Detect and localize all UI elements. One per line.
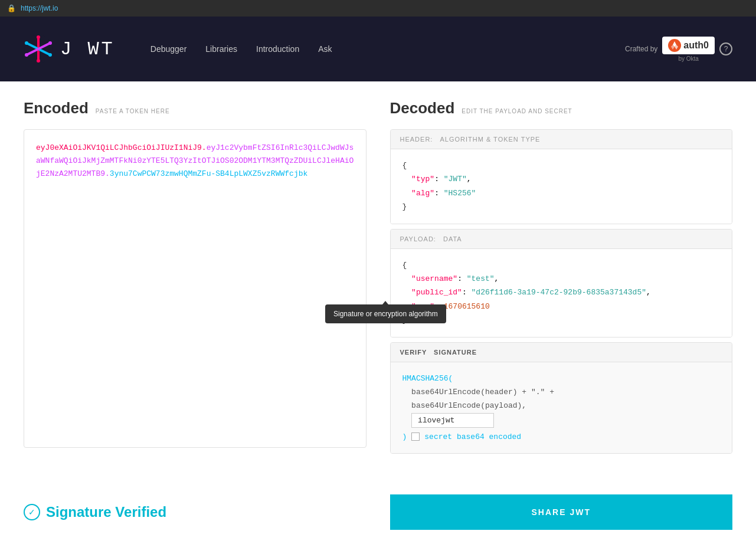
browser-bar: 🔒 https://jwt.io xyxy=(0,0,756,17)
svg-point-6 xyxy=(25,41,28,45)
payload-content[interactable]: { "username": "test", "public_id": "d26f… xyxy=(391,249,732,337)
svg-point-9 xyxy=(48,41,52,45)
signature-tooltip: Signature or encryption algorithm xyxy=(325,304,446,323)
check-circle-icon: ✓ xyxy=(24,504,40,520)
decoded-title: Decoded xyxy=(390,99,455,117)
svg-point-7 xyxy=(48,53,52,57)
verify-section: VERIFY SIGNATURE HMACSHA256( base64UrlEn… xyxy=(390,342,733,454)
verify-line2: base64UrlEncode(payload), xyxy=(402,399,721,412)
navbar: J WT Debugger Libraries Introduction Ask… xyxy=(0,17,756,81)
encoded-header: Encoded PASTE A TOKEN HERE xyxy=(24,99,366,120)
browser-url[interactable]: https://jwt.io xyxy=(21,4,58,12)
encoded-subtitle: PASTE A TOKEN HERE xyxy=(96,108,170,114)
nav-ask[interactable]: Ask xyxy=(318,44,332,54)
help-button[interactable]: ? xyxy=(719,42,732,55)
footer-area: ✓ Signature Verified SHARE JWT xyxy=(0,494,756,544)
logo-area: J WT xyxy=(24,34,115,64)
token-part-header: eyJ0eXAiOiJKV1QiLCJhbGciOiJIUzI1NiJ9. xyxy=(36,143,207,152)
decoded-panel: Decoded EDIT THE PAYLOAD AND SECRET HEAD… xyxy=(390,99,733,477)
nav-debugger[interactable]: Debugger xyxy=(150,44,187,54)
main-content: Encoded PASTE A TOKEN HERE eyJ0eXAiOiJKV… xyxy=(0,81,756,494)
signature-verified-area: ✓ Signature Verified xyxy=(24,504,366,520)
nav-links: Debugger Libraries Introduction Ask xyxy=(150,44,332,54)
svg-point-5 xyxy=(37,59,40,63)
token-box[interactable]: eyJ0eXAiOiJKV1QiLCJhbGciOiJIUzI1NiJ9.eyJ… xyxy=(24,129,366,448)
svg-point-4 xyxy=(37,35,40,39)
header-section-label: HEADER: ALGORITHM & TOKEN TYPE xyxy=(391,130,732,149)
auth0-logo: auth0 by Okta xyxy=(662,37,715,62)
nav-libraries[interactable]: Libraries xyxy=(205,44,237,54)
svg-point-8 xyxy=(25,53,28,57)
auth0-text: auth0 xyxy=(683,40,709,51)
encoded-title: Encoded xyxy=(24,99,89,117)
secret-input[interactable] xyxy=(411,413,494,428)
decoded-subtitle: EDIT THE PAYLOAD AND SECRET xyxy=(462,108,572,114)
verify-secret-row xyxy=(402,413,721,428)
base64-checkbox-row: ) secret base64 encoded xyxy=(402,430,721,444)
signature-verified-text: Signature Verified xyxy=(46,504,166,520)
base64-label: secret base64 encoded xyxy=(424,430,521,444)
verify-func-line: HMACSHA256( xyxy=(402,372,721,385)
crafted-area: Crafted by auth0 by Okta ? xyxy=(625,37,732,62)
header-content[interactable]: { "typ": "JWT", "alg": "HS256" } xyxy=(391,149,732,224)
verify-line1: base64UrlEncode(header) + "." + xyxy=(402,385,721,399)
verify-content: HMACSHA256( base64UrlEncode(header) + ".… xyxy=(391,362,732,454)
header-section: HEADER: ALGORITHM & TOKEN TYPE { "typ": … xyxy=(390,129,733,224)
auth0-badge: auth0 xyxy=(662,37,715,54)
encoded-panel: Encoded PASTE A TOKEN HERE eyJ0eXAiOiJKV… xyxy=(24,99,366,477)
payload-section-label: PAYLOAD: DATA xyxy=(391,230,732,249)
verify-section-label: VERIFY SIGNATURE xyxy=(391,343,732,362)
base64-checkbox[interactable] xyxy=(411,432,420,441)
crafted-by-label: Crafted by xyxy=(625,45,657,53)
lock-icon: 🔒 xyxy=(7,4,16,12)
decoded-header: Decoded EDIT THE PAYLOAD AND SECRET xyxy=(390,99,733,120)
share-jwt-button[interactable]: SHARE JWT xyxy=(390,494,733,530)
token-part-signature: 3ynu7CwPCW73zmwHQMmZFu-SB4LpLWXZ5vzRWWfc… xyxy=(110,169,307,178)
nav-introduction[interactable]: Introduction xyxy=(256,44,299,54)
logo-text: J WT xyxy=(60,38,115,60)
auth0-by-okta: by Okta xyxy=(678,55,698,62)
jwt-logo-icon xyxy=(24,34,53,64)
auth0-brand-icon xyxy=(668,39,681,52)
